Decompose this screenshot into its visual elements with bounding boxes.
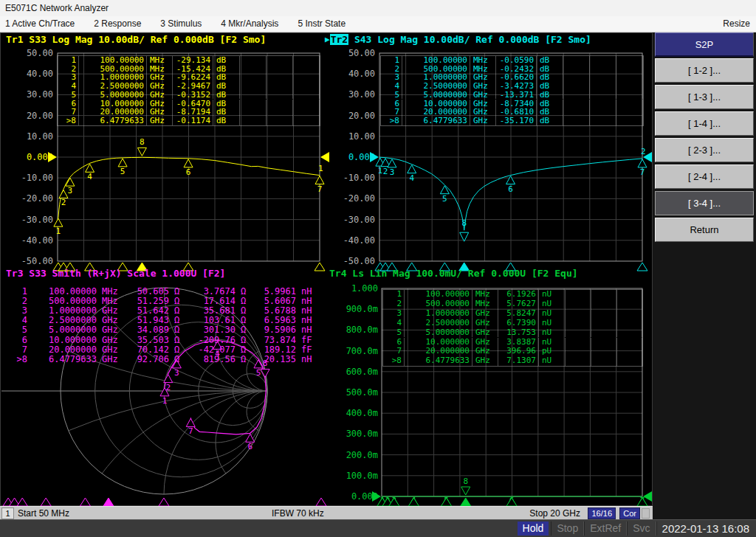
stop-status: Stop: [551, 522, 584, 536]
marker-cell: [563, 117, 590, 125]
marker-cell: 1: [383, 290, 405, 299]
marker-cell: 34.089: [124, 325, 171, 335]
marker-table-row: >86.4779633GHz-0.1174dB: [58, 117, 320, 125]
marker-cell: [591, 347, 617, 356]
marker-cell: 100.00000: [79, 56, 147, 65]
marker-cell: [563, 82, 590, 91]
stop-frequency-label: Stop 20 GHz: [529, 507, 580, 519]
marker-cell: 73.874: [252, 336, 298, 345]
marker-table-row: 55.0000000GHz34.089Ω301.30Ω9.5906nH: [7, 325, 319, 335]
menu-item-1[interactable]: 1 Active Ch/Trace: [5, 16, 75, 32]
marker-cell: 6: [7, 336, 30, 345]
menu-item-4[interactable]: 4 Mkr/Analysis: [221, 16, 278, 32]
marker-cell: [563, 108, 590, 117]
marker-cell: GHz: [99, 345, 124, 355]
marker-cell: GHz: [147, 117, 173, 125]
bottom-status-bar: Hold Stop ExtRef Svc 2022-01-13 16:08: [0, 519, 756, 537]
marker-cell: [240, 56, 267, 65]
marker-cell: [293, 82, 320, 91]
marker-cell: -0.1174: [173, 117, 213, 125]
extref-status: ExtRef: [584, 522, 627, 536]
correction-badge: Cor: [619, 507, 640, 519]
trace-format-label: S33 Log Mag 10.00dB/ Ref 0.000dB [F2 Smo…: [23, 34, 266, 45]
marker-table-row: 31.0000000GHz5.8247nU: [383, 309, 642, 319]
ifbw-label: IFBW 70 kHz: [272, 507, 324, 519]
softkey-1-4[interactable]: [ 1-4 ]...: [655, 111, 754, 136]
marker-cell: MHz: [472, 290, 498, 299]
marker-cell: [591, 290, 617, 299]
marker-cell: [591, 299, 617, 309]
menu-item-2[interactable]: 2 Response: [94, 16, 141, 32]
marker-cell: 5.0000000: [402, 91, 470, 100]
marker-cell: nU: [539, 356, 566, 366]
marker-cell: [293, 56, 320, 65]
marker-cell: [590, 82, 616, 91]
marker-table-row: >86.4779633GHz7.1307nU: [383, 356, 642, 366]
marker-cell: dB: [537, 56, 563, 65]
marker-cell: [617, 299, 642, 309]
marker-cell: [293, 91, 320, 100]
marker-cell: fF: [298, 345, 319, 355]
marker-cell: -0.3152: [173, 91, 213, 100]
marker-cell: 500.00000: [405, 299, 472, 309]
softkey-2-3[interactable]: [ 2-3 ]...: [655, 138, 754, 162]
marker-cell: nU: [539, 299, 566, 309]
trace-id-label: Tr3: [6, 268, 23, 279]
menu-bar: 1 Active Ch/Trace2 Response3 Stimulus4 M…: [0, 16, 756, 32]
marker-cell: [566, 347, 591, 356]
marker-cell: Ω: [238, 355, 252, 364]
trace-header-tr1[interactable]: Tr1 S33 Log Mag 10.00dB/ Ref 0.000dB [F2…: [6, 34, 266, 45]
marker-cell: 301.30: [186, 325, 238, 335]
marker-cell: 5.0000000: [79, 91, 147, 100]
marker-cell: 13.753: [498, 328, 539, 338]
marker-cell: [616, 56, 643, 65]
softkey-2-4[interactable]: [ 2-4 ]...: [655, 164, 754, 189]
trace-header-tr3[interactable]: Tr3 S33 Smith (R+jX) Scale 1.000U [F2]: [6, 268, 225, 279]
marker-cell: [293, 108, 320, 117]
marker-cell: [267, 56, 293, 65]
marker-cell: dB: [537, 117, 563, 125]
marker-cell: nU: [539, 309, 566, 319]
menu-item-3[interactable]: 3 Stimulus: [160, 16, 202, 32]
marker-cell: [267, 117, 293, 125]
marker-table-row: >86.4779633GHz-35.170dB: [381, 117, 643, 125]
softkey-3-4[interactable]: [ 3-4 ]...: [655, 191, 754, 215]
trace-id-label: Tr2: [330, 34, 348, 45]
marker-cell: nU: [539, 319, 566, 328]
marker-cell: [267, 73, 293, 82]
marker-cell: [566, 338, 591, 347]
softkey-1-2[interactable]: [ 1-2 ]...: [655, 58, 754, 83]
trace-header-tr4[interactable]: Tr4 Ls Lin Mag 100.0mU/ Ref 0.000U [F2 E…: [329, 268, 578, 279]
softkey-menu-title: S2P: [655, 32, 754, 57]
trace-header-tr2[interactable]: ▶Tr2 S43 Log Mag 10.00dB/ Ref 0.000dB [F…: [325, 34, 591, 45]
marker-cell: 5: [7, 325, 30, 335]
marker-cell: [566, 356, 591, 366]
datetime-label: 2022-01-13 16:08: [656, 522, 755, 536]
marker-cell: 2.5000000: [405, 319, 472, 328]
resize-button[interactable]: Resize: [723, 16, 750, 32]
marker-cell: [293, 117, 320, 125]
marker-table-tr4: 1100.00000MHz6.1926nU2500.00000MHz5.7627…: [383, 290, 642, 366]
softkey-1-3[interactable]: [ 1-3 ]...: [655, 85, 754, 109]
marker-cell: [591, 338, 617, 347]
marker-cell: 5.0000000: [30, 325, 99, 335]
marker-cell: [240, 91, 267, 100]
marker-cell: -35.170: [496, 117, 537, 125]
marker-cell: MHz: [472, 299, 498, 309]
marker-cell: 1.0000000: [405, 309, 472, 319]
marker-cell: 7.1307: [498, 356, 539, 366]
marker-cell: GHz: [99, 336, 124, 345]
marker-cell: 4: [383, 319, 405, 328]
status-empty-box: [642, 508, 650, 519]
marker-cell: dB: [213, 91, 240, 100]
marker-cell: >8: [383, 356, 405, 366]
marker-cell: -13.371: [496, 91, 537, 100]
channel-number-box: 1: [1, 507, 14, 519]
softkey-return[interactable]: Return: [655, 218, 754, 242]
menu-item-5[interactable]: 5 Instr State: [298, 16, 346, 32]
marker-cell: nU: [539, 290, 566, 299]
marker-cell: 5: [58, 91, 79, 100]
status-bar: 1 Start 50 MHz IFBW 70 kHz Stop 20 GHz 1…: [0, 506, 653, 519]
marker-cell: nU: [539, 328, 566, 338]
marker-cell: dB: [213, 117, 240, 125]
